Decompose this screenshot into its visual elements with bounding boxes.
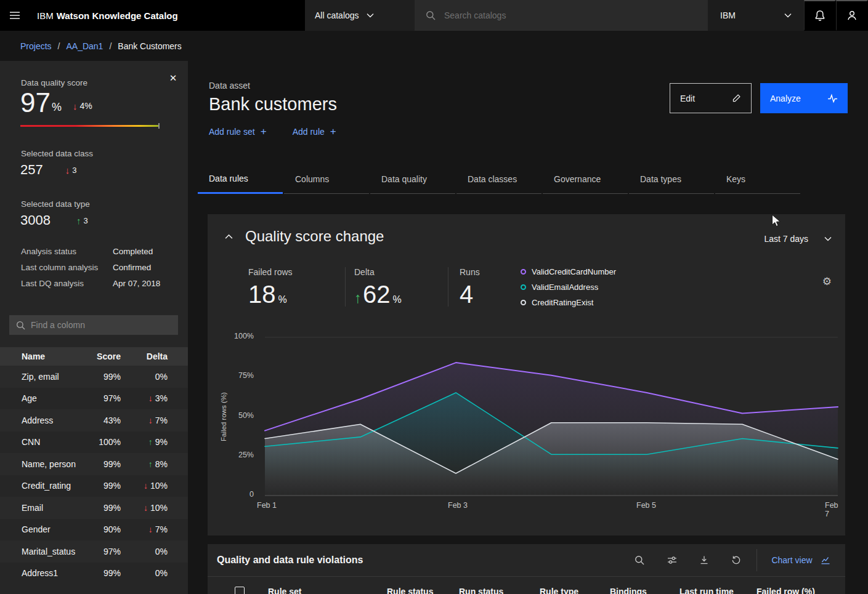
user-avatar-icon xyxy=(846,10,858,21)
table-row[interactable]: Age 97% 3% xyxy=(0,388,188,410)
data-class-label: Selected data class xyxy=(21,149,93,158)
analyze-button[interactable]: Analyze xyxy=(760,83,848,113)
search-input[interactable] xyxy=(444,10,697,20)
delta-arrow-icon xyxy=(148,394,153,403)
legend-label: ValidEmailAddress xyxy=(532,283,598,292)
card-title: Quality score change xyxy=(245,228,384,245)
catalog-selector-label: All catalogs xyxy=(315,10,359,20)
tab-item[interactable]: Data classes xyxy=(456,164,541,194)
breadcrumb-item[interactable]: Bank Customers xyxy=(118,41,181,51)
download-icon[interactable] xyxy=(689,545,719,575)
tab-item[interactable]: Data rules xyxy=(198,164,283,194)
edit-button[interactable]: Edit xyxy=(670,83,752,113)
quality-score-card: Quality score change Last 7 days Failed … xyxy=(208,214,845,536)
tab-bar: Data rulesColumnsData qualityData classe… xyxy=(198,164,801,194)
tab-item[interactable]: Governance xyxy=(543,164,628,194)
column-score: 97% xyxy=(84,393,121,403)
legend-marker-icon xyxy=(521,269,526,275)
tab-item[interactable]: Keys xyxy=(715,164,800,194)
chart-line-icon xyxy=(821,555,830,565)
column-delta: 7% xyxy=(121,524,168,534)
plus-icon: + xyxy=(330,126,336,137)
x-tick-label: Feb 1 xyxy=(257,501,277,510)
violations-header-cell: Rule set xyxy=(268,587,387,594)
chart-view-toggle[interactable]: Chart view xyxy=(756,544,845,576)
notifications-button[interactable] xyxy=(804,0,836,31)
breadcrumb: ProjectsAA_Dan1Bank Customers xyxy=(0,31,868,61)
delta-arrow-icon xyxy=(65,166,70,175)
violations-header-cell: Run status xyxy=(459,587,540,594)
table-row[interactable]: Email 99% 10% xyxy=(0,497,188,519)
tab-item[interactable]: Data types xyxy=(629,164,714,194)
table-row[interactable]: Name, person 99% 8% xyxy=(0,453,188,475)
data-type-value: 3008 3 xyxy=(20,212,88,228)
reset-icon[interactable] xyxy=(721,545,751,575)
add-rule-set-link[interactable]: Add rule set+ xyxy=(209,126,267,137)
legend-item[interactable]: ValidCreditCardNumber xyxy=(521,267,616,277)
chevron-down-icon xyxy=(367,13,374,18)
column-table-header: NameScoreDelta xyxy=(0,347,188,366)
table-row[interactable]: Zip, email 99% 0% xyxy=(0,366,188,388)
rule-actions: Add rule set+ Add rule+ xyxy=(209,126,336,137)
account-selector[interactable]: IBM xyxy=(708,0,804,31)
add-rule-link[interactable]: Add rule+ xyxy=(293,126,336,137)
column-score-table: NameScoreDelta Zip, email 99% 0% Age xyxy=(0,347,188,594)
brand-prefix: IBM xyxy=(37,10,54,21)
y-tick-label: 100% xyxy=(220,332,254,340)
analysis-label: Last DQ analysis xyxy=(21,279,113,288)
metric-label: Runs xyxy=(460,267,516,277)
pencil-icon xyxy=(732,94,741,103)
hamburger-menu-icon[interactable] xyxy=(0,0,30,31)
legend-label: ValidCreditCardNumber xyxy=(532,267,616,276)
analysis-summary: Analysis status Completed Last column an… xyxy=(21,247,178,288)
metric: Runs 4 xyxy=(448,267,516,307)
breadcrumb-item[interactable]: AA_Dan1 xyxy=(66,41,118,51)
column-score: 99% xyxy=(84,568,121,578)
tab-item[interactable]: Data quality xyxy=(370,164,455,194)
table-row[interactable]: Address1 99% 0% xyxy=(0,563,188,585)
y-tick-label: 0 xyxy=(220,490,254,499)
search-icon xyxy=(16,321,25,330)
analysis-value: Apr 07, 2018 xyxy=(113,279,178,288)
account-selector-label: IBM xyxy=(720,10,736,20)
column-name: Email xyxy=(22,503,84,513)
table-row[interactable]: Marital_status 97% 0% xyxy=(0,540,188,563)
catalog-selector[interactable]: All catalogs xyxy=(305,0,415,31)
column-delta: 7% xyxy=(121,415,168,425)
column-header-cell: Score xyxy=(84,351,121,361)
tab-item[interactable]: Columns xyxy=(284,164,369,194)
legend-marker-icon xyxy=(521,284,526,290)
column-delta: 9% xyxy=(121,437,168,447)
table-row[interactable]: Gender 90% 7% xyxy=(0,519,188,541)
legend-item[interactable]: CreditRatingExist xyxy=(521,297,616,308)
find-column-input[interactable] xyxy=(31,320,171,330)
line-chart-svg xyxy=(265,337,838,496)
metric: Delta 62 % xyxy=(345,267,448,307)
analysis-label: Analysis status xyxy=(21,247,113,256)
delta-arrow-icon xyxy=(148,460,153,468)
violations-card: Quality and data rule violations Chart v… xyxy=(208,544,845,594)
select-all-checkbox[interactable] xyxy=(235,587,245,594)
time-range-selector[interactable]: Last 7 days xyxy=(764,234,832,244)
data-quality-sidebar: ✕ Data quality score 97 % 4% Selected da… xyxy=(0,61,188,594)
column-score: 99% xyxy=(84,503,121,513)
delta-arrow-icon xyxy=(76,216,81,225)
column-delta: 10% xyxy=(121,481,168,491)
user-profile-button[interactable] xyxy=(836,0,868,31)
search-icon[interactable] xyxy=(625,545,654,575)
delta-arrow-icon xyxy=(148,438,153,446)
legend-item[interactable]: ValidEmailAddress xyxy=(521,282,616,292)
breadcrumb-item[interactable]: Projects xyxy=(20,41,66,51)
table-row[interactable]: Address 43% 7% xyxy=(0,409,188,431)
close-icon[interactable]: ✕ xyxy=(166,71,180,86)
column-score: 99% xyxy=(84,372,121,382)
chevron-up-icon[interactable] xyxy=(225,234,233,239)
gear-icon[interactable]: ⚙ xyxy=(822,275,832,288)
x-tick-label: Feb 5 xyxy=(636,501,656,510)
table-row[interactable]: Credit_rating 99% 10% xyxy=(0,475,188,497)
column-delta: 10% xyxy=(121,503,168,513)
settings-adjust-icon[interactable] xyxy=(657,545,687,575)
y-tick-label: 25% xyxy=(220,451,254,459)
table-row[interactable]: CNN 100% 9% xyxy=(0,431,188,454)
data-class-delta: 3 xyxy=(65,166,77,175)
